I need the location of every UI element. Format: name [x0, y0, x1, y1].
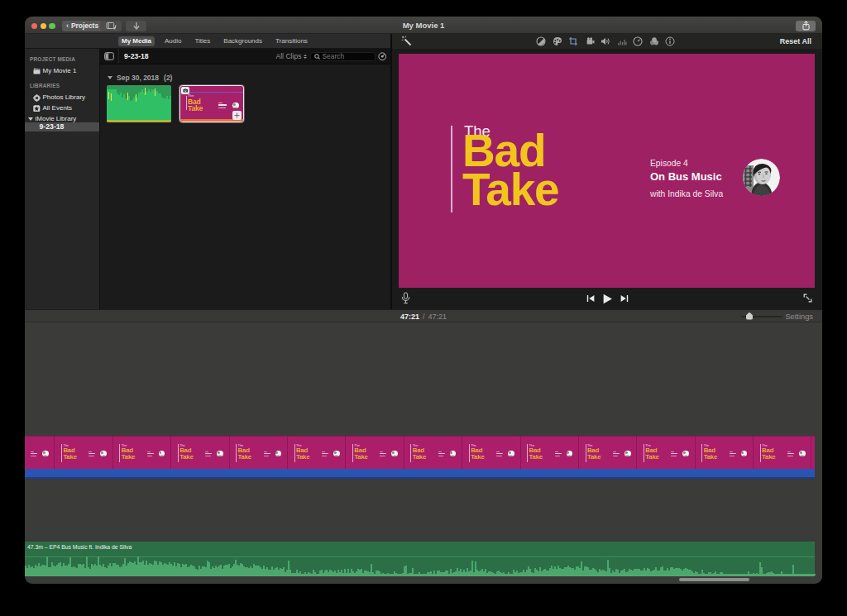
fullscreen-icon[interactable]: [802, 293, 814, 304]
play-button[interactable]: [602, 294, 613, 304]
timeline-frame: TheBadTake: [754, 437, 811, 469]
transport-controls: [392, 288, 822, 311]
viewer-panel: The Bad Take Episode 4 On Bus Music with…: [392, 49, 822, 310]
speed-icon[interactable]: [633, 36, 643, 46]
tab-backgrounds[interactable]: Backgrounds: [220, 36, 266, 46]
total-time: 47:21: [428, 313, 447, 321]
timeline-frame: TheBadTake: [462, 437, 520, 469]
skip-forward-button[interactable]: [620, 294, 629, 303]
project-media-header: PROJECT MEDIA: [30, 56, 75, 62]
audio-clip-thumbnail[interactable]: [107, 85, 171, 122]
episode-title: On Bus Music: [650, 170, 723, 183]
clip-episode-lines: [218, 103, 227, 108]
sidebar-item-my-movie[interactable]: My Movie 1: [25, 66, 99, 76]
sidebar-item-photos-library[interactable]: Photos Library: [25, 93, 99, 103]
sidebar-item-event-9-23-18[interactable]: 9-23-18: [25, 122, 99, 132]
clip-appearance-icon[interactable]: [378, 52, 387, 61]
reset-all-button[interactable]: Reset All: [780, 34, 811, 49]
sidebar-item-all-events[interactable]: All Events: [25, 103, 99, 113]
audio-track-clip[interactable]: 47.3m – EP4 Bus Music ft. Indika de Silv…: [25, 542, 815, 576]
share-icon: [802, 21, 811, 31]
tab-my-media[interactable]: My Media: [118, 36, 155, 46]
traffic-lights: [31, 23, 55, 29]
title-vline: [451, 126, 452, 212]
timeline-frame: TheBadTake: [25, 437, 55, 469]
sidebar-item-label: All Events: [43, 104, 73, 112]
event-title: 9-23-18: [124, 49, 149, 64]
timeline-frame: TheBadTake: [113, 437, 171, 469]
volume-icon[interactable]: [601, 36, 610, 46]
thumb-bottom-stripe: [107, 120, 171, 122]
projects-button[interactable]: ‹ Projects: [62, 21, 103, 31]
info-icon[interactable]: [665, 36, 675, 46]
timeline-frame: TheBadTake: [811, 437, 815, 469]
titlebar: ‹ Projects My Movie 1: [25, 17, 822, 34]
projects-label: Projects: [71, 21, 98, 30]
stabilization-icon[interactable]: [585, 36, 595, 46]
enhance-wand-icon[interactable]: [401, 36, 413, 47]
group-disclosure-icon[interactable]: [108, 76, 112, 79]
color-correction-icon[interactable]: [553, 36, 562, 46]
playback-controls: [392, 288, 822, 311]
preview-toolbar: Reset All: [392, 34, 822, 49]
horizontal-scrollbar[interactable]: [679, 578, 749, 582]
timeline-frame: TheBadTake: [579, 437, 637, 469]
timeline[interactable]: TheBadTakeTheBadTakeTheBadTakeTheBadTake…: [25, 322, 822, 584]
minimize-button[interactable]: [41, 23, 46, 29]
tab-transitions[interactable]: Transitions: [272, 36, 311, 46]
search-input[interactable]: [323, 52, 371, 60]
preview-canvas[interactable]: The Bad Take Episode 4 On Bus Music with…: [399, 54, 815, 288]
noise-reduction-icon[interactable]: [617, 36, 627, 46]
timeline-frame: TheBadTake: [288, 437, 346, 469]
timeline-frame: TheBadTake: [346, 437, 404, 469]
subbar: My MediaAudioTitlesBackgroundsTransition…: [25, 34, 822, 49]
clip-group-header[interactable]: Sep 30, 2018 (2): [108, 74, 172, 82]
search-icon: [314, 54, 320, 60]
title-clip-thumbnail[interactable]: The Bad Take: [179, 85, 244, 122]
close-button[interactable]: [31, 23, 37, 29]
media-tabs: My MediaAudioTitlesBackgroundsTransition…: [118, 34, 311, 49]
avatar: [232, 103, 239, 109]
clapperboard-icon: [33, 68, 40, 74]
download-arrow-icon: [132, 21, 141, 31]
audio-waveform: [25, 556, 815, 575]
search-box[interactable]: [310, 52, 376, 62]
import-media-button[interactable]: [100, 21, 122, 31]
sidebar-toggle-icon[interactable]: [104, 52, 114, 60]
crop-icon[interactable]: [568, 36, 578, 46]
import-button[interactable]: [126, 21, 146, 31]
tab-titles[interactable]: Titles: [191, 36, 213, 46]
time-display: 47:21 / 47:21: [25, 310, 822, 323]
clip-title-text: The Bad Take: [188, 94, 203, 112]
media-import-icon: [106, 21, 117, 31]
audio-clip-bottom-edge: [25, 575, 815, 576]
video-track-clip[interactable]: TheBadTakeTheBadTakeTheBadTakeTheBadTake…: [25, 436, 815, 469]
clip-filter-label: All Clips: [275, 52, 301, 60]
title-vline: [186, 96, 187, 110]
sort-arrows-icon: [304, 55, 307, 59]
clip-filter-dropdown[interactable]: All Clips: [275, 49, 307, 64]
clip-filter-icon[interactable]: [649, 36, 659, 46]
sidebar: PROJECT MEDIA My Movie 1 LIBRARIES: [25, 49, 100, 310]
slider-thumb[interactable]: [746, 313, 753, 320]
share-button[interactable]: [796, 21, 816, 31]
color-balance-icon[interactable]: [536, 36, 546, 46]
timeline-toolbar: 47:21 / 47:21 Settings: [25, 309, 822, 322]
settings-button[interactable]: Settings: [785, 310, 813, 323]
photos-flower-icon: [33, 94, 40, 101]
add-to-timeline-button[interactable]: [232, 111, 242, 120]
media-browser: 9-23-18 All Clips: [100, 49, 390, 310]
byline: with Indika de Silva: [650, 189, 723, 198]
tab-audio[interactable]: Audio: [161, 36, 184, 46]
skip-back-button[interactable]: [586, 294, 595, 303]
media-header: 9-23-18 All Clips: [100, 49, 390, 64]
libraries-header: LIBRARIES: [30, 83, 60, 88]
title-bar-track[interactable]: [25, 469, 815, 479]
zoom-slider[interactable]: [741, 310, 782, 323]
timeline-frame: TheBadTake: [55, 437, 112, 469]
disclosure-triangle-icon[interactable]: [28, 117, 33, 121]
zoom-button[interactable]: [49, 23, 55, 29]
timeline-frame: TheBadTake: [637, 437, 695, 469]
group-count: (2): [164, 74, 172, 82]
imovie-window: ‹ Projects My Movie 1: [25, 17, 822, 584]
